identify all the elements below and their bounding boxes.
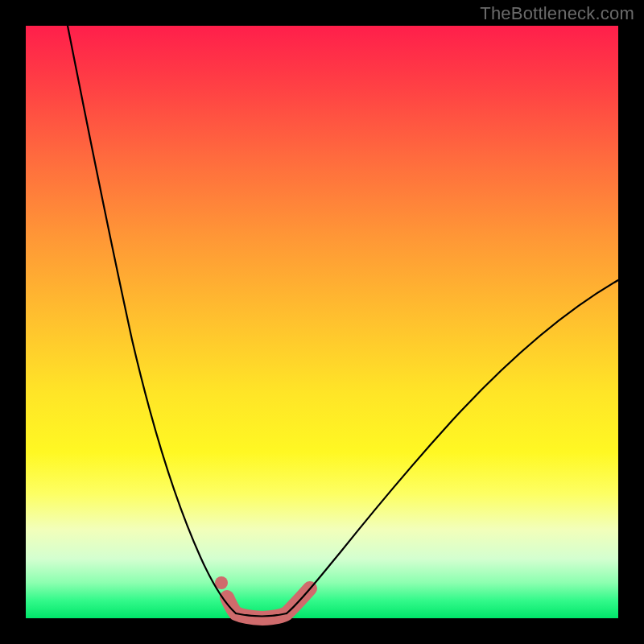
plot-area bbox=[26, 26, 618, 618]
left-branch-curve bbox=[68, 26, 236, 613]
watermark-text: TheBottleneck.com bbox=[480, 3, 634, 24]
chart-frame: TheBottleneck.com bbox=[0, 0, 644, 644]
curve-svg bbox=[26, 26, 618, 618]
right-branch-curve bbox=[287, 280, 618, 613]
